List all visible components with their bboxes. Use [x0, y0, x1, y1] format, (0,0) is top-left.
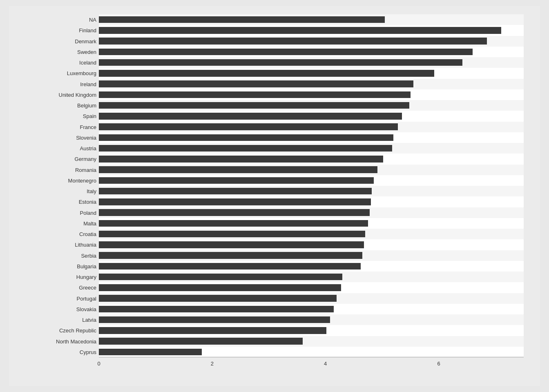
- bar-estonia: [99, 198, 371, 205]
- y-label-czech-republic: Czech Republic: [59, 327, 96, 334]
- y-label-ireland: Ireland: [80, 81, 96, 87]
- bar-czech-republic: [99, 327, 326, 334]
- y-label-na: NA: [89, 17, 96, 23]
- y-label-malta: Malta: [83, 220, 96, 226]
- bar-croatia: [99, 231, 365, 237]
- y-label-luxembourg: Luxembourg: [67, 70, 96, 76]
- y-label-hungary: Hungary: [76, 274, 96, 280]
- x-tick-6: 6: [437, 361, 440, 367]
- y-label-cyprus: Cyprus: [80, 349, 96, 355]
- bar-ireland: [99, 80, 413, 87]
- y-label-slovakia: Slovakia: [76, 306, 96, 312]
- plot-wrapper: NAFinlandDenmarkSwedenIcelandLuxembourgI…: [99, 14, 524, 357]
- y-label-belgium: Belgium: [77, 102, 96, 109]
- y-label-estonia: Estonia: [79, 199, 96, 205]
- bar-austria: [99, 145, 392, 151]
- y-label-poland: Poland: [80, 209, 96, 216]
- y-label-sweden: Sweden: [77, 49, 96, 55]
- y-label-france: France: [80, 124, 96, 130]
- x-tick-4: 4: [324, 361, 327, 367]
- y-label-romania: Romania: [75, 167, 96, 173]
- y-label-italy: Italy: [87, 188, 96, 194]
- bar-greece: [99, 284, 341, 291]
- x-tick-2: 2: [211, 361, 214, 367]
- bar-slovenia: [99, 134, 393, 141]
- bar-portugal: [99, 295, 337, 301]
- bar-poland: [99, 209, 370, 216]
- y-label-germany: Germany: [75, 156, 96, 162]
- bar-finland: [99, 27, 501, 33]
- bar-italy: [99, 188, 372, 194]
- y-label-greece: Greece: [79, 285, 96, 291]
- y-label-montenegro: Montenegro: [68, 177, 96, 183]
- y-label-spain: Spain: [83, 113, 96, 119]
- bar-bulgaria: [99, 263, 361, 270]
- bar-belgium: [99, 102, 409, 109]
- bar-spain: [99, 113, 402, 119]
- bar-north-macedonia: [99, 338, 303, 344]
- bar-serbia: [99, 252, 362, 258]
- x-tick-0: 0: [97, 361, 100, 367]
- y-label-slovenia: Slovenia: [76, 134, 96, 140]
- y-label-portugal: Portugal: [77, 295, 96, 301]
- bar-france: [99, 123, 398, 130]
- y-label-finland: Finland: [79, 27, 96, 33]
- bar-sweden: [99, 49, 473, 55]
- bar-iceland: [99, 59, 462, 66]
- y-label-iceland: Iceland: [79, 60, 96, 66]
- bar-lithuania: [99, 241, 364, 248]
- bar-germany: [99, 156, 383, 162]
- bar-hungary: [99, 274, 342, 280]
- y-label-north-macedonia: North Macedonia: [56, 338, 96, 344]
- y-label-austria: Austria: [80, 145, 96, 151]
- y-label-serbia: Serbia: [81, 252, 96, 258]
- plot-area: NAFinlandDenmarkSwedenIcelandLuxembourgI…: [99, 14, 524, 357]
- y-label-lithuania: Lithuania: [75, 242, 96, 248]
- bar-romania: [99, 166, 377, 173]
- y-label-united-kingdom: United Kingdom: [59, 91, 97, 98]
- bar-latvia: [99, 316, 330, 323]
- y-label-denmark: Denmark: [75, 38, 96, 44]
- bar-cyprus: [99, 349, 202, 355]
- bar-denmark: [99, 38, 487, 44]
- bar-luxembourg: [99, 70, 434, 76]
- chart-container: NAFinlandDenmarkSwedenIcelandLuxembourgI…: [9, 6, 540, 386]
- x-axis-ticks: 0246: [99, 361, 524, 369]
- y-label-latvia: Latvia: [82, 317, 96, 323]
- bar-na: [99, 16, 385, 23]
- bar-montenegro: [99, 177, 374, 184]
- bar-united-kingdom: [99, 91, 411, 98]
- bar-slovakia: [99, 306, 334, 312]
- y-label-croatia: Croatia: [79, 231, 96, 237]
- bar-malta: [99, 220, 368, 227]
- bottom-border: [99, 357, 524, 357]
- y-label-bulgaria: Bulgaria: [77, 263, 96, 269]
